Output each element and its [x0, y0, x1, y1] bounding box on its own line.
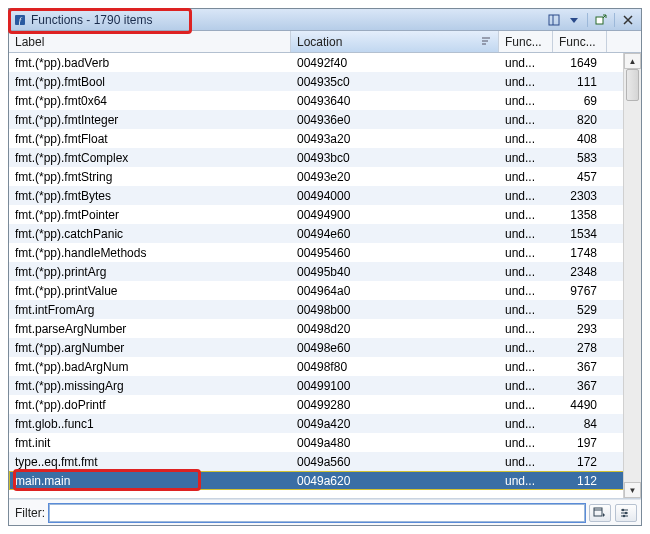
cell-func2: 1748 [553, 246, 607, 260]
filter-settings-button[interactable] [615, 504, 637, 522]
svg-rect-2 [549, 15, 559, 25]
cell-label: fmt.(*pp).printArg [9, 265, 291, 279]
table-row[interactable]: fmt.(*pp).fmtPointer00494900und...1358 [9, 205, 641, 224]
table-row[interactable]: fmt.(*pp).handleMethods00495460und...174… [9, 243, 641, 262]
sort-asc-icon [480, 35, 492, 49]
table-rows: fmt.(*pp).badVerb00492f40und...1649fmt.(… [9, 53, 641, 490]
column-label[interactable]: Label [9, 31, 291, 52]
cell-func1: und... [499, 322, 553, 336]
table-row[interactable]: fmt.(*pp).missingArg00499100und...367 [9, 376, 641, 395]
expand-button[interactable] [592, 12, 610, 28]
cell-location: 00494e60 [291, 227, 499, 241]
cell-func2: 367 [553, 379, 607, 393]
cell-func1: und... [499, 474, 553, 488]
panel-title: Functions - 1790 items [31, 13, 152, 27]
table-row[interactable]: fmt.(*pp).printValue004964a0und...9767 [9, 281, 641, 300]
cell-location: 00493e20 [291, 170, 499, 184]
table-row[interactable]: fmt.(*pp).fmtFloat00493a20und...408 [9, 129, 641, 148]
cell-label: fmt.(*pp).catchPanic [9, 227, 291, 241]
table-row[interactable]: main.main0049a620und...112 [9, 471, 641, 490]
cell-location: 0049a420 [291, 417, 499, 431]
cell-func2: 457 [553, 170, 607, 184]
table-row[interactable]: fmt.intFromArg00498b00und...529 [9, 300, 641, 319]
separator [587, 13, 588, 27]
cell-label: main.main [9, 474, 291, 488]
cell-func2: 9767 [553, 284, 607, 298]
cell-func2: 583 [553, 151, 607, 165]
table-row[interactable]: fmt.glob..func10049a420und...84 [9, 414, 641, 433]
table-row[interactable]: fmt.(*pp).doPrintf00499280und...4490 [9, 395, 641, 414]
cell-func2: 69 [553, 94, 607, 108]
table-row[interactable]: fmt.(*pp).badArgNum00498f80und...367 [9, 357, 641, 376]
cell-label: fmt.(*pp).fmtComplex [9, 151, 291, 165]
table-row[interactable]: fmt.(*pp).fmtBool004935c0und...111 [9, 72, 641, 91]
filter-bar: Filter: [9, 499, 641, 525]
scroll-track[interactable] [624, 69, 641, 482]
table-row[interactable]: fmt.(*pp).argNumber00498e60und...278 [9, 338, 641, 357]
cell-func2: 1534 [553, 227, 607, 241]
cell-label: fmt.(*pp).badArgNum [9, 360, 291, 374]
table-header: Label Location Func... Func... [9, 31, 641, 53]
cell-func2: 1358 [553, 208, 607, 222]
cell-label: fmt.(*pp).fmtString [9, 170, 291, 184]
titlebar: f Functions - 1790 items [9, 9, 641, 31]
table-row[interactable]: fmt.(*pp).fmtBytes00494000und...2303 [9, 186, 641, 205]
cell-func2: 278 [553, 341, 607, 355]
cell-func2: 2303 [553, 189, 607, 203]
cell-func1: und... [499, 189, 553, 203]
cell-func2: 1649 [553, 56, 607, 70]
cell-location: 00493640 [291, 94, 499, 108]
menu-button[interactable] [565, 12, 583, 28]
scroll-down-button[interactable]: ▼ [624, 482, 641, 498]
cell-func1: und... [499, 303, 553, 317]
table-row[interactable]: fmt.parseArgNumber00498d20und...293 [9, 319, 641, 338]
table-row[interactable]: type..eq.fmt.fmt0049a560und...172 [9, 452, 641, 471]
column-func1-text: Func... [505, 35, 542, 49]
table-row[interactable]: fmt.(*pp).fmt0x6400493640und...69 [9, 91, 641, 110]
titlebar-actions [545, 12, 637, 28]
cell-func1: und... [499, 227, 553, 241]
table-row[interactable]: fmt.(*pp).fmtComplex00493bc0und...583 [9, 148, 641, 167]
cell-func1: und... [499, 436, 553, 450]
cell-func1: und... [499, 379, 553, 393]
cell-location: 00498b00 [291, 303, 499, 317]
cell-label: fmt.glob..func1 [9, 417, 291, 431]
cell-func2: 197 [553, 436, 607, 450]
cell-label: fmt.(*pp).badVerb [9, 56, 291, 70]
cell-location: 00492f40 [291, 56, 499, 70]
scroll-thumb[interactable] [626, 69, 639, 101]
close-button[interactable] [619, 12, 637, 28]
cell-label: fmt.(*pp).doPrintf [9, 398, 291, 412]
cell-func1: und... [499, 265, 553, 279]
svg-point-10 [622, 508, 624, 510]
cell-location: 00494000 [291, 189, 499, 203]
cell-func2: 4490 [553, 398, 607, 412]
view-toggle-button[interactable] [545, 12, 563, 28]
cell-func1: und... [499, 151, 553, 165]
cell-func1: und... [499, 246, 553, 260]
cell-func2: 293 [553, 322, 607, 336]
column-func1[interactable]: Func... [499, 31, 553, 52]
vertical-scrollbar[interactable]: ▲ ▼ [623, 53, 641, 498]
table-row[interactable]: fmt.(*pp).badVerb00492f40und...1649 [9, 53, 641, 72]
svg-rect-4 [596, 17, 603, 24]
column-func2[interactable]: Func... [553, 31, 607, 52]
cell-location: 00495b40 [291, 265, 499, 279]
cell-func2: 2348 [553, 265, 607, 279]
column-location[interactable]: Location [291, 31, 499, 52]
table-row[interactable]: fmt.(*pp).catchPanic00494e60und...1534 [9, 224, 641, 243]
table-row[interactable]: fmt.(*pp).fmtInteger004936e0und...820 [9, 110, 641, 129]
cell-func1: und... [499, 170, 553, 184]
cell-label: fmt.(*pp).fmtBytes [9, 189, 291, 203]
column-label-text: Label [15, 35, 44, 49]
cell-func1: und... [499, 398, 553, 412]
cell-label: fmt.(*pp).fmtBool [9, 75, 291, 89]
table-row[interactable]: fmt.init0049a480und...197 [9, 433, 641, 452]
scroll-up-button[interactable]: ▲ [624, 53, 641, 69]
filter-history-button[interactable] [589, 504, 611, 522]
panel-content: Label Location Func... Func... fmt.(*pp)… [9, 31, 641, 525]
filter-input[interactable] [49, 504, 585, 522]
table-row[interactable]: fmt.(*pp).fmtString00493e20und...457 [9, 167, 641, 186]
table-row[interactable]: fmt.(*pp).printArg00495b40und...2348 [9, 262, 641, 281]
column-func2-text: Func... [559, 35, 596, 49]
